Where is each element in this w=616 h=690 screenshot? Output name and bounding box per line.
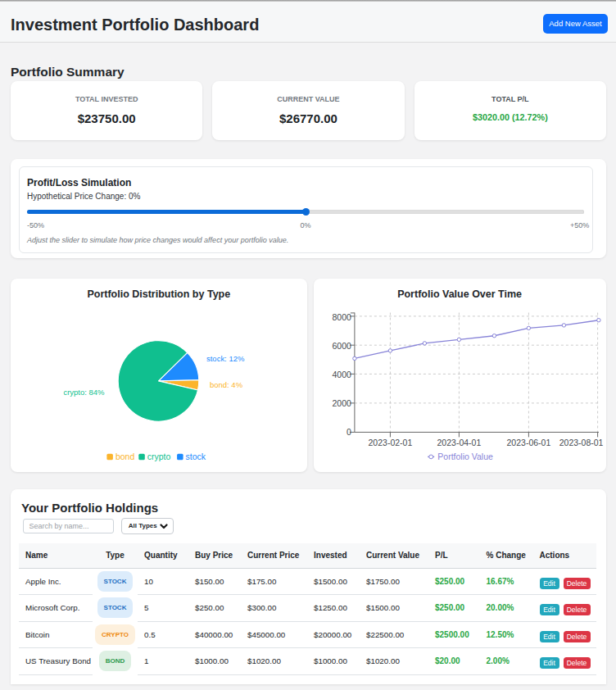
svg-text:stock: stock	[186, 452, 206, 461]
svg-text:bond: 4%: bond: 4%	[210, 379, 243, 388]
svg-text:2023-04-01: 2023-04-01	[437, 438, 481, 447]
svg-text:2000: 2000	[332, 398, 351, 408]
svg-text:0: 0	[346, 427, 351, 437]
svg-text:2023-02-01: 2023-02-01	[368, 438, 412, 447]
svg-text:crypto: 84%: crypto: 84%	[63, 387, 105, 396]
svg-text:bond: bond	[116, 452, 134, 461]
svg-text:2023-06-01: 2023-06-01	[506, 438, 550, 447]
svg-text:Portfolio Value: Portfolio Value	[437, 452, 493, 461]
svg-text:2023-08-01: 2023-08-01	[559, 438, 603, 447]
svg-text:8000: 8000	[332, 311, 351, 321]
svg-text:6000: 6000	[332, 340, 351, 350]
svg-text:crypto: crypto	[147, 452, 171, 461]
svg-text:4000: 4000	[332, 369, 351, 379]
svg-text:stock: 12%: stock: 12%	[206, 354, 245, 363]
